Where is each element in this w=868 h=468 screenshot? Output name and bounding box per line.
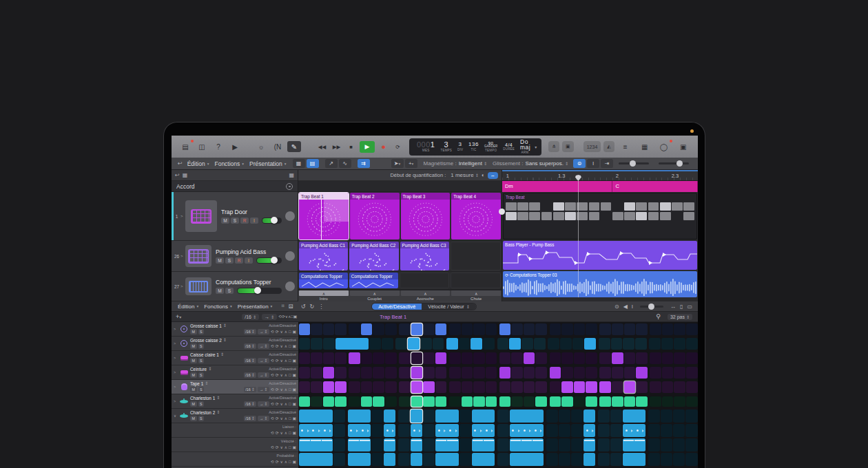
row-mute-button[interactable]: M: [190, 401, 197, 407]
pattern-rate-select[interactable]: /16⇕: [242, 314, 259, 320]
browsers-icon[interactable]: ▣: [676, 141, 690, 152]
increment-icon[interactable]: ∧: [285, 387, 287, 392]
s-button[interactable]: S: [231, 217, 239, 224]
step-cell[interactable]: [472, 410, 484, 423]
step-cell[interactable]: [435, 323, 447, 335]
step-cell[interactable]: [423, 367, 435, 379]
step-cell[interactable]: [323, 323, 335, 335]
step-cell[interactable]: [459, 410, 471, 423]
step-cell[interactable]: [486, 323, 497, 335]
step-cell[interactable]: [634, 424, 645, 437]
disclosure-icon[interactable]: >: [174, 341, 178, 345]
step-cell[interactable]: [499, 396, 511, 407]
step-cell[interactable]: [373, 323, 384, 335]
step-cell[interactable]: [349, 352, 360, 364]
step-cell[interactable]: [521, 410, 533, 423]
row-mute-button[interactable]: M: [190, 372, 197, 378]
step-cell[interactable]: [462, 352, 473, 364]
step-cell[interactable]: [483, 338, 495, 350]
decrement-icon[interactable]: ∨: [280, 460, 283, 465]
row-mute-button[interactable]: M: [190, 329, 197, 334]
step-cell[interactable]: [435, 381, 447, 393]
step-cell[interactable]: [311, 323, 322, 335]
step-cell[interactable]: [623, 438, 634, 451]
step-cell[interactable]: [499, 352, 511, 364]
step-cell[interactable]: [532, 424, 544, 437]
step-cell[interactable]: [435, 424, 447, 437]
step-cell[interactable]: [384, 438, 395, 451]
step-cell[interactable]: [650, 352, 661, 364]
step-cell[interactable]: [349, 381, 360, 393]
disclosure-icon[interactable]: >: [174, 370, 178, 374]
brightness-icon[interactable]: ☼: [254, 141, 268, 152]
play-button[interactable]: ▶: [360, 141, 375, 153]
step-cell[interactable]: [349, 396, 360, 407]
quick-help-icon[interactable]: ?: [211, 141, 225, 152]
step-cell[interactable]: [648, 438, 660, 451]
row-stepper-icon[interactable]: ⇕: [216, 410, 220, 415]
step-cell[interactable]: [311, 338, 322, 350]
step-cell[interactable]: [662, 381, 674, 393]
step-cell[interactable]: [624, 352, 636, 364]
step-cell[interactable]: [648, 410, 660, 423]
step-cell[interactable]: [550, 381, 561, 393]
step-cell[interactable]: [299, 438, 311, 451]
step-cell[interactable]: [497, 338, 509, 350]
disclosure-icon[interactable]: >: [174, 385, 178, 389]
step-cell[interactable]: [561, 352, 573, 364]
shift-left-icon[interactable]: ⟲: [271, 431, 274, 436]
row-advance-select[interactable]: →⇕: [258, 416, 269, 421]
step-cell[interactable]: [361, 381, 373, 393]
disclosure-icon[interactable]: >: [180, 254, 185, 258]
preview-speaker-icon[interactable]: ◀: [623, 304, 628, 310]
step-cell[interactable]: [511, 323, 523, 335]
row-rate-select[interactable]: /16⇕: [244, 387, 257, 392]
step-cell[interactable]: [310, 410, 322, 423]
step-cell[interactable]: [612, 323, 623, 335]
step-cell[interactable]: [433, 338, 444, 350]
step-cell[interactable]: [674, 381, 685, 393]
step-cell[interactable]: [311, 381, 322, 393]
scene-trigger-icon[interactable]: ∧: [401, 290, 451, 296]
step-cell[interactable]: [385, 323, 397, 335]
row-advance-select[interactable]: →⇕: [258, 372, 269, 378]
panel-grid-icon[interactable]: ▦: [289, 172, 294, 178]
step-cell[interactable]: [385, 352, 397, 364]
step-cell[interactable]: [423, 381, 435, 393]
seq-row-header-2[interactable]: >Grosse caisse 2⇕Activé/DésactivéMS/16⇕→…: [172, 337, 298, 351]
decrement-icon[interactable]: ∨: [280, 330, 283, 334]
step-cell[interactable]: [299, 352, 311, 364]
step-cell[interactable]: [323, 352, 335, 364]
step-cell[interactable]: [411, 352, 423, 364]
disclosure-icon[interactable]: >: [174, 356, 178, 360]
step-cell[interactable]: [371, 424, 383, 437]
loop-cell[interactable]: Trap Beat 3: [401, 193, 451, 240]
increment-icon[interactable]: ∧: [285, 373, 287, 378]
step-cell[interactable]: [623, 424, 634, 437]
step-cell[interactable]: [473, 381, 485, 393]
row-advance-select[interactable]: →⇕: [258, 387, 269, 392]
volume-knob[interactable]: [271, 257, 278, 264]
grid-icon[interactable]: ▦: [183, 172, 188, 178]
loop-browser-icon[interactable]: ◯: [657, 141, 671, 152]
step-cell[interactable]: [661, 438, 672, 451]
step-cell[interactable]: [584, 338, 596, 350]
step-cell[interactable]: [299, 367, 311, 379]
step-cell[interactable]: [685, 424, 697, 437]
editor-menu-fonctions[interactable]: Fonctions▾: [201, 304, 234, 310]
step-cell[interactable]: [399, 381, 411, 393]
step-cell[interactable]: [420, 338, 432, 350]
shift-left-icon[interactable]: ⟲: [271, 460, 274, 465]
step-cell[interactable]: [674, 367, 685, 379]
editor-menu-edition[interactable]: Édition▾: [175, 304, 201, 310]
step-cell[interactable]: [299, 381, 311, 393]
lcd-key-signature[interactable]: Do maj ARM.: [520, 139, 530, 155]
step-cell[interactable]: [686, 367, 698, 379]
disclosure-icon[interactable]: >: [174, 327, 178, 331]
row-stepper-icon[interactable]: ⇕: [216, 396, 220, 401]
step-cell[interactable]: [299, 338, 311, 350]
drag-select[interactable]: Sans superpos.⇕: [525, 160, 568, 167]
step-cell[interactable]: [586, 352, 597, 364]
step-cell[interactable]: [321, 410, 333, 423]
shift-right-icon[interactable]: ⟳: [276, 330, 279, 334]
